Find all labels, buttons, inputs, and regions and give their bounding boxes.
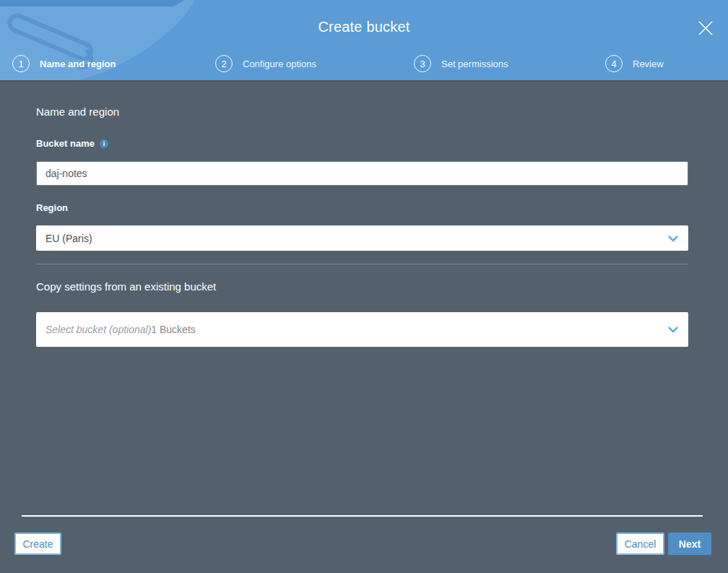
step-4-label: Review (633, 59, 664, 69)
bucket-name-input[interactable] (36, 161, 688, 186)
page-title: Create bucket (0, 19, 728, 35)
copy-settings-bucket-select[interactable]: Select bucket (optional) 1 Buckets (36, 312, 688, 347)
create-button[interactable]: Create (14, 533, 61, 555)
step-configure-options[interactable]: 2 Configure options (215, 55, 316, 72)
bucket-count: 1 Buckets (151, 324, 195, 335)
step-set-permissions[interactable]: 3 Set permissions (414, 55, 508, 72)
region-selected-value: EU (Paris) (46, 233, 92, 244)
step-1-circle: 1 (12, 55, 30, 72)
info-icon[interactable]: i (100, 139, 108, 148)
close-icon[interactable] (697, 20, 714, 37)
section-heading-copy-settings: Copy settings from an existing bucket (36, 280, 216, 293)
bucket-name-label-text: Bucket name (36, 138, 95, 149)
section-divider (36, 264, 688, 264)
step-2-circle: 2 (215, 55, 233, 72)
create-bucket-modal: Create bucket 1 Name and region 2 Config… (0, 0, 728, 573)
step-2-label: Configure options (243, 59, 316, 69)
footer-divider (22, 515, 703, 517)
step-indicator: 1 Name and region 2 Configure options 3 … (0, 55, 728, 77)
step-1-label: Name and region (40, 59, 116, 69)
step-review[interactable]: 4 Review (605, 55, 664, 72)
bucket-select-placeholder: Select bucket (optional) (46, 324, 151, 335)
step-4-circle: 4 (605, 55, 623, 72)
modal-header: Create bucket 1 Name and region 2 Config… (0, 0, 728, 82)
step-name-and-region[interactable]: 1 Name and region (12, 55, 116, 72)
section-heading-name-region: Name and region (36, 105, 119, 118)
step-3-circle: 3 (414, 55, 431, 72)
next-button[interactable]: Next (668, 533, 711, 555)
cancel-button[interactable]: Cancel (616, 533, 664, 555)
chevron-down-icon (668, 323, 678, 336)
chevron-down-icon (668, 232, 678, 245)
step-3-label: Set permissions (441, 59, 508, 69)
region-label: Region (36, 202, 68, 213)
region-select[interactable]: EU (Paris) (36, 225, 688, 251)
bucket-name-label: Bucket name i (36, 138, 108, 149)
